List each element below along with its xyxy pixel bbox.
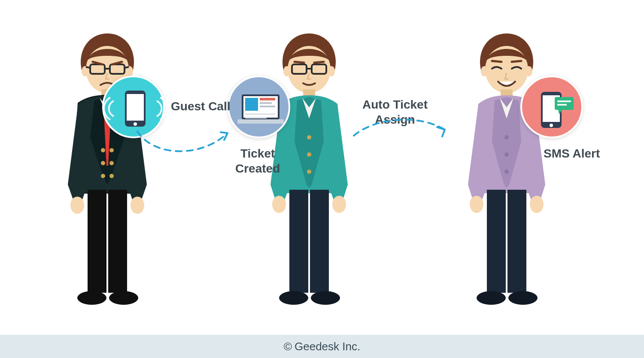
svg-rect-62 xyxy=(237,119,284,124)
svg-rect-72 xyxy=(555,97,574,110)
svg-rect-68 xyxy=(245,117,267,118)
svg-rect-73 xyxy=(557,100,571,102)
svg-rect-66 xyxy=(260,106,275,107)
svg-line-6 xyxy=(86,67,90,68)
copyright-symbol: © xyxy=(284,340,292,353)
svg-point-55 xyxy=(477,291,506,305)
svg-point-49 xyxy=(504,152,509,157)
svg-point-35 xyxy=(307,170,311,174)
svg-rect-38 xyxy=(289,190,308,293)
diagram-stage: Guest Call Ticket Created Auto Ticket As… xyxy=(9,0,635,335)
svg-point-13 xyxy=(109,148,114,152)
svg-point-48 xyxy=(504,135,509,140)
svg-point-34 xyxy=(307,152,311,157)
person-guest xyxy=(47,30,167,313)
label-auto-assign: Auto Ticket Assign xyxy=(362,97,428,127)
svg-rect-53 xyxy=(487,190,506,293)
footer-bar: © Geedesk Inc. xyxy=(0,335,644,358)
svg-point-59 xyxy=(134,122,137,126)
svg-line-46 xyxy=(512,61,521,62)
svg-line-7 xyxy=(125,67,129,68)
svg-rect-64 xyxy=(260,98,275,100)
sms-alert-icon xyxy=(520,76,583,138)
phone-ringing-icon xyxy=(102,76,165,138)
svg-point-15 xyxy=(109,161,114,165)
footer-text: Geedesk Inc. xyxy=(295,340,360,353)
svg-point-18 xyxy=(70,197,84,214)
svg-rect-39 xyxy=(310,190,329,293)
svg-point-14 xyxy=(101,161,105,165)
laptop-ticket-icon xyxy=(228,76,290,138)
svg-point-25 xyxy=(283,66,290,76)
svg-point-41 xyxy=(311,291,340,305)
svg-rect-20 xyxy=(88,190,106,293)
svg-point-40 xyxy=(279,291,308,305)
label-ticket-created: Ticket Created xyxy=(235,146,280,176)
svg-rect-54 xyxy=(507,190,526,293)
svg-point-43 xyxy=(481,66,488,76)
svg-point-44 xyxy=(526,66,532,76)
svg-point-17 xyxy=(109,174,114,178)
label-guest-call: Guest Call xyxy=(171,99,230,114)
person-staff xyxy=(447,30,567,313)
svg-rect-74 xyxy=(557,104,567,106)
svg-point-23 xyxy=(109,291,138,305)
svg-point-12 xyxy=(101,148,105,152)
svg-point-71 xyxy=(550,124,553,127)
svg-point-56 xyxy=(508,291,538,305)
svg-line-30 xyxy=(295,62,304,63)
svg-point-33 xyxy=(307,135,311,140)
svg-point-51 xyxy=(470,196,483,213)
svg-point-50 xyxy=(504,170,509,174)
svg-point-26 xyxy=(328,66,335,76)
svg-point-52 xyxy=(530,196,544,213)
svg-rect-21 xyxy=(108,190,127,293)
svg-line-45 xyxy=(492,61,501,62)
svg-point-22 xyxy=(77,291,106,305)
svg-rect-65 xyxy=(260,102,272,104)
svg-rect-58 xyxy=(127,94,144,121)
svg-point-16 xyxy=(101,174,105,178)
svg-point-36 xyxy=(272,196,286,213)
svg-point-37 xyxy=(332,196,346,213)
svg-line-31 xyxy=(314,62,324,63)
svg-rect-63 xyxy=(245,98,258,111)
label-sms-alert: SMS Alert xyxy=(544,146,600,161)
svg-rect-67 xyxy=(245,113,275,115)
svg-point-19 xyxy=(131,197,144,214)
